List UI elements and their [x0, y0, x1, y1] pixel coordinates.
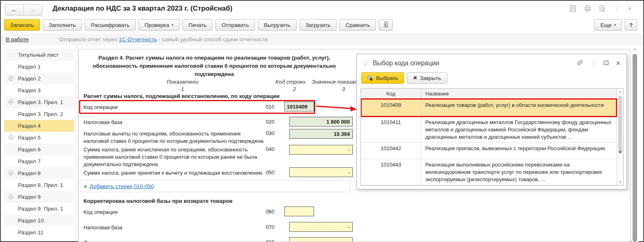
tax-restore-field-080[interactable]: - [289, 237, 353, 242]
preview-icon[interactable] [599, 5, 606, 12]
section-header-correction: Корректировка налоговой базы при возврат… [84, 198, 233, 204]
attachments-button[interactable] [379, 19, 393, 31]
close-x-icon: × [413, 75, 417, 81]
column-header-name[interactable]: Название [421, 89, 623, 99]
plus-icon: + [84, 183, 87, 190]
sidebar-item-section8[interactable]: +Раздел 8 [4, 167, 74, 179]
dropdown-arrow-icon: ▾ [171, 23, 174, 27]
expand-icon[interactable]: + [9, 135, 13, 140]
status-bar: В работе Отправьте отчет через 1С-Отчетн… [2, 33, 642, 45]
tax-base-field-070[interactable]: - [289, 222, 353, 232]
expand-icon[interactable]: + [9, 100, 13, 104]
page-title: Декларация по НДС за 3 квартал 2023 г. (… [53, 4, 232, 13]
scrollbar-grip [619, 151, 622, 153]
line-code: 050 [260, 169, 280, 175]
table-row-1010409[interactable]: 1010409 Реализация товаров (работ, услуг… [361, 100, 617, 117]
window-close-icon[interactable]: × [627, 5, 632, 12]
sidebar-item-section10[interactable]: Раздел 10 [4, 215, 74, 226]
main-scrollbar[interactable]: ▲ [631, 47, 638, 242]
app-window: ← → Декларация по НДС за 3 квартал 2023 … [0, 0, 644, 242]
window-icons: ⋮ × [569, 5, 632, 12]
more-button[interactable]: Еще▾ [594, 19, 622, 31]
send-button[interactable]: Отправить [215, 19, 255, 31]
sidebar-item-title-page[interactable]: Титульный лист [4, 49, 74, 61]
sidebar-item-section8-app1[interactable]: Раздел 8. Прил. 1 [4, 179, 74, 191]
tax-restore-field[interactable]: - [289, 167, 353, 177]
dialog-buttons: Выбрать × Закрыть [361, 72, 450, 84]
table-row-1010411[interactable]: 1010411 Реализация драгоценных металлов … [361, 117, 617, 143]
forward-arrow-icon: → [30, 6, 36, 13]
operation-code-field[interactable]: 1010409 [284, 102, 314, 111]
link-icon[interactable] [576, 59, 583, 68]
expand-icon[interactable]: + [9, 194, 13, 199]
save-button[interactable]: Записать [4, 19, 40, 31]
title-bar: ← → Декларация по НДС за 3 квартал 2023 … [1, 1, 643, 18]
paperclip-icon [383, 21, 389, 29]
sidebar-item-section3-app1[interactable]: +Раздел 3. Прил. 1 [4, 96, 74, 108]
save-icon[interactable] [569, 5, 576, 12]
operation-code-field-060[interactable] [284, 206, 314, 216]
print-icon[interactable] [584, 5, 591, 12]
select-button[interactable]: Выбрать [361, 72, 404, 84]
scroll-up-icon[interactable]: ▲ [617, 90, 623, 93]
1c-reporting-link[interactable]: 1С-Отчетность [119, 36, 157, 42]
expand-icon[interactable]: + [9, 76, 13, 81]
add-rows-link[interactable]: Добавить строки 010-050 [90, 183, 154, 189]
tax-base-field[interactable]: 1 600 000 [289, 117, 353, 127]
sidebar-item-section3[interactable]: Раздел 3 [4, 84, 74, 96]
decipher-button[interactable]: Расшифровать [85, 19, 136, 31]
favorite-star-icon[interactable]: ☆ [362, 59, 369, 68]
column-header-code[interactable]: Код [361, 89, 421, 99]
sidebar-item-section5[interactable]: +Раздел 5 [4, 132, 74, 144]
line-code: 010 [260, 104, 280, 110]
dialog-menu-icon[interactable]: ⋮ [591, 60, 596, 67]
line-code: 020 [260, 119, 280, 125]
sidebar-item-section6[interactable]: Раздел 6 [4, 144, 74, 155]
maximize-icon[interactable] [604, 60, 609, 67]
table-row-1010442[interactable]: 1010442 Реализация припасов, вывезенных … [361, 143, 617, 159]
dialog-header: ☆ Выбор кода операции ⋮ × [357, 54, 626, 72]
import-button[interactable]: Загрузить [299, 19, 337, 31]
dialog-close-icon[interactable]: × [616, 59, 620, 68]
print-button[interactable]: Печать [182, 19, 213, 31]
table-row-1010443[interactable]: 1010443 Реализация выполняемых российски… [361, 159, 617, 185]
sidebar-item-section3-app2[interactable]: Раздел 3. Прил. 2 [4, 108, 74, 120]
more-menu-icon[interactable]: ⋮ [613, 5, 620, 12]
tax-deductions-field[interactable]: 15 304 [289, 129, 353, 139]
line-code: 060 [260, 209, 280, 215]
forward-button[interactable]: → [24, 4, 42, 15]
toolbar: Записать Заполнить Расшифровать Проверка… [4, 19, 640, 31]
help-button[interactable]: ? [625, 19, 637, 31]
table-header: Код Название [361, 89, 623, 100]
sidebar-item-section7[interactable]: Раздел 7 [4, 155, 74, 167]
scrollbar-thumb[interactable] [633, 54, 637, 242]
tax-previously-calculated-field[interactable]: - [289, 145, 353, 155]
line-code: 030 [260, 130, 280, 136]
section4-title: Раздел 4. Расчет суммы налога по операци… [86, 54, 343, 78]
table-scrollbar[interactable]: ▲ ▼ [617, 89, 623, 185]
sidebar-item-section2[interactable]: +Раздел 2 [4, 73, 74, 84]
sidebar-item-section4[interactable]: Раздел 4 [4, 120, 74, 132]
column-number: 1 [142, 86, 223, 92]
sidebar-item-section11[interactable]: Раздел 11 [4, 226, 74, 238]
sidebar-item-section9[interactable]: +Раздел 9 [4, 191, 74, 203]
operation-codes-table: Код Название 1010409 Реализация товаров … [360, 88, 624, 186]
export-button[interactable]: Выгрузить [258, 19, 297, 31]
scroll-up-icon[interactable]: ▲ [631, 47, 638, 51]
column-header-indicators: Показатели [142, 79, 223, 85]
sidebar-splitter[interactable] [75, 47, 78, 240]
scroll-down-icon[interactable]: ▼ [617, 181, 623, 184]
sections-sidebar: Титульный лист Раздел 1 +Раздел 2 Раздел… [4, 49, 74, 238]
nav-history-group: ← → [5, 4, 42, 16]
back-button[interactable]: ← [5, 4, 24, 15]
scrollbar-thumb[interactable] [618, 96, 622, 153]
expand-icon[interactable]: + [9, 171, 13, 175]
fill-button[interactable]: Заполнить [43, 19, 82, 31]
section-header-restore-tax: Расчет суммы налога, подлежащей восстано… [84, 93, 279, 99]
sidebar-item-section9-app1[interactable]: Раздел 9. Прил. 1 [4, 203, 74, 215]
sidebar-item-section1[interactable]: Раздел 1 [4, 61, 74, 73]
close-button[interactable]: × Закрыть [407, 72, 447, 84]
check-button[interactable]: Проверка▾ [138, 19, 180, 31]
report-status-link[interactable]: В работе [6, 36, 29, 42]
compare-button[interactable]: Сравнить [339, 19, 376, 31]
